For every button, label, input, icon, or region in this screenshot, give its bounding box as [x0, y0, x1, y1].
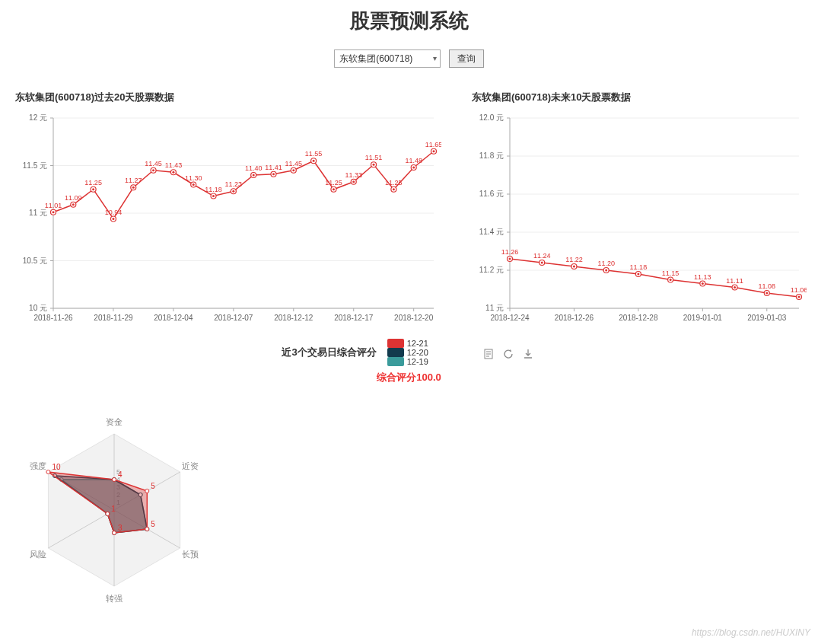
chart-future-title: 东软集团(600718)未来10天股票数据 — [472, 91, 807, 104]
svg-text:2018-12-07: 2018-12-07 — [214, 314, 253, 322]
svg-text:11.22: 11.22 — [565, 256, 583, 263]
legend-swatch — [387, 357, 404, 366]
svg-point-185 — [145, 489, 149, 493]
svg-text:11.01: 11.01 — [45, 202, 62, 209]
svg-text:11 元: 11 元 — [29, 209, 47, 217]
svg-point-65 — [272, 173, 275, 175]
svg-text:2018-12-28: 2018-12-28 — [619, 314, 658, 322]
svg-text:11.08: 11.08 — [759, 282, 776, 290]
score-value: 综合评分100.0 — [0, 371, 818, 384]
svg-text:强度: 强度 — [30, 461, 46, 470]
svg-text:1: 1 — [111, 505, 116, 513]
doc-icon[interactable] — [483, 349, 494, 359]
svg-text:2018-11-29: 2018-11-29 — [94, 314, 133, 322]
svg-text:12 元: 12 元 — [29, 113, 47, 122]
svg-point-125 — [541, 262, 543, 264]
svg-text:11.27: 11.27 — [125, 177, 142, 184]
legend-swatch — [387, 348, 404, 357]
svg-text:10.5 元: 10.5 元 — [23, 257, 47, 265]
svg-point-184 — [113, 478, 116, 482]
svg-text:2018-12-26: 2018-12-26 — [555, 314, 594, 322]
svg-point-68 — [292, 169, 294, 171]
download-icon[interactable] — [523, 349, 533, 359]
svg-point-41 — [112, 218, 114, 220]
svg-text:5: 5 — [151, 520, 155, 528]
svg-point-149 — [798, 296, 800, 298]
refresh-icon[interactable] — [503, 349, 514, 359]
svg-text:11.2 元: 11.2 元 — [479, 266, 504, 274]
svg-text:10: 10 — [52, 463, 61, 471]
svg-text:11.40: 11.40 — [245, 164, 263, 172]
svg-text:11.6 元: 11.6 元 — [479, 190, 504, 198]
svg-text:11.18: 11.18 — [630, 263, 648, 271]
svg-text:11.55: 11.55 — [305, 150, 323, 158]
svg-point-137 — [670, 279, 672, 281]
svg-text:11.18: 11.18 — [205, 186, 222, 193]
svg-point-32 — [53, 211, 55, 213]
legend-item[interactable]: 12-19 — [387, 357, 428, 366]
svg-point-122 — [509, 258, 511, 260]
svg-point-71 — [313, 160, 315, 162]
svg-text:11.25: 11.25 — [325, 179, 342, 187]
svg-point-188 — [106, 512, 110, 516]
chart-toolbox — [480, 349, 536, 362]
svg-point-146 — [765, 292, 768, 295]
legend-item[interactable]: 12-21 — [387, 339, 428, 348]
svg-text:2018-12-24: 2018-12-24 — [490, 314, 530, 322]
svg-text:12.0 元: 12.0 元 — [479, 113, 504, 122]
legend-swatch — [387, 339, 404, 348]
legend-label: 12-21 — [407, 339, 428, 348]
svg-text:11.30: 11.30 — [185, 174, 202, 182]
svg-text:11.09: 11.09 — [65, 194, 82, 202]
svg-point-74 — [333, 188, 335, 190]
query-button[interactable]: 查询 — [449, 49, 484, 68]
svg-text:11.5 元: 11.5 元 — [23, 161, 47, 170]
svg-text:资金: 资金 — [106, 417, 123, 426]
svg-text:11.33: 11.33 — [345, 171, 362, 179]
svg-point-131 — [605, 269, 607, 272]
svg-point-47 — [152, 169, 154, 171]
svg-point-38 — [92, 188, 94, 190]
svg-point-143 — [734, 286, 736, 289]
svg-point-89 — [433, 150, 435, 152]
stock-select[interactable]: 东软集团(600718) — [334, 49, 441, 68]
svg-point-186 — [145, 528, 149, 531]
stock-select-value: 东软集团(600718) — [339, 53, 412, 64]
svg-text:2019-01-03: 2019-01-03 — [747, 314, 787, 322]
svg-point-53 — [193, 183, 195, 186]
svg-text:10.94: 10.94 — [105, 209, 123, 216]
svg-text:11.06: 11.06 — [791, 286, 807, 294]
svg-text:2018-12-20: 2018-12-20 — [394, 314, 434, 322]
svg-point-50 — [172, 171, 174, 174]
svg-text:11.65: 11.65 — [425, 141, 441, 148]
svg-text:11.45: 11.45 — [285, 160, 303, 167]
svg-text:11.20: 11.20 — [597, 260, 615, 267]
svg-text:转强: 转强 — [106, 594, 123, 603]
svg-text:2018-12-12: 2018-12-12 — [274, 314, 314, 322]
svg-text:3: 3 — [118, 524, 123, 532]
svg-point-83 — [393, 188, 395, 190]
svg-point-44 — [132, 187, 135, 189]
svg-text:11.51: 11.51 — [365, 154, 383, 161]
svg-point-187 — [113, 531, 116, 535]
svg-text:4: 4 — [118, 470, 123, 479]
svg-point-128 — [573, 266, 575, 268]
svg-text:11.4 元: 11.4 元 — [479, 228, 504, 236]
legend-label: 12-20 — [407, 348, 428, 357]
svg-point-86 — [412, 167, 415, 169]
svg-point-80 — [373, 164, 375, 166]
svg-text:长预: 长预 — [182, 550, 199, 559]
svg-text:11.45: 11.45 — [145, 160, 162, 167]
svg-text:风险: 风险 — [30, 550, 46, 559]
svg-point-189 — [46, 470, 50, 474]
svg-text:11.43: 11.43 — [165, 161, 183, 169]
chart-future: 11 元11.2 元11.4 元11.6 元11.8 元12.0 元2018-1… — [472, 110, 807, 331]
svg-text:11.26: 11.26 — [501, 248, 519, 256]
page-title: 股票预测系统 — [0, 8, 818, 34]
legend-item[interactable]: 12-20 — [387, 348, 428, 357]
chart-radar: 资金近资长预转强风险强度123454553110 — [0, 400, 228, 620]
svg-text:11.41: 11.41 — [265, 164, 282, 171]
svg-text:11.48: 11.48 — [405, 157, 422, 164]
chart-past: 10 元10.5 元11 元11.5 元12 元2018-11-262018-1… — [15, 110, 441, 331]
svg-point-59 — [232, 190, 234, 193]
